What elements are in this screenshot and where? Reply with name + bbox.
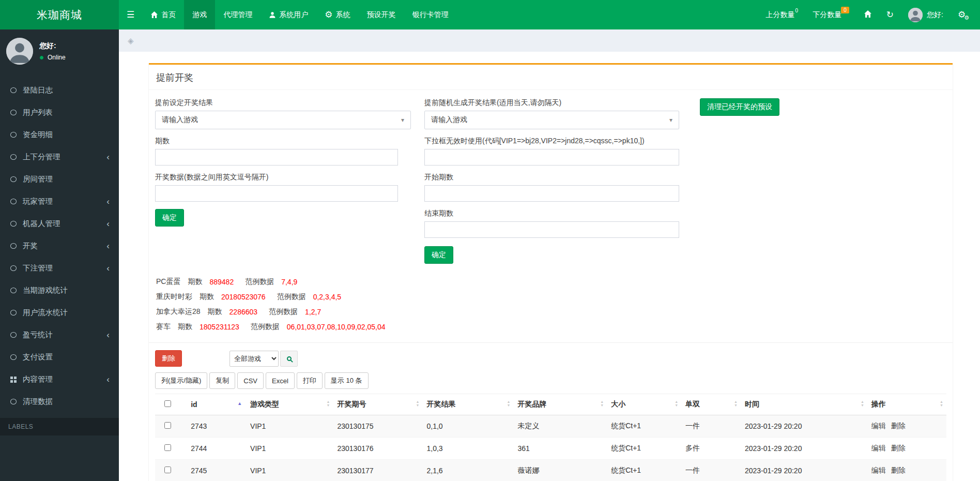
set-result-form: 提前设定开奖结果 请输入游戏 ▾ 期数 开奖数据(数据之间用英文逗号隔开) 确定: [155, 98, 411, 227]
example-game: 重庆时时彩: [156, 292, 192, 302]
game-select-2[interactable]: 请输入游戏 ▾: [424, 111, 679, 129]
column-header[interactable]: 开奖期号 ▲ ▲▼: [333, 394, 422, 415]
issue-label: 期数: [155, 137, 411, 146]
column-header[interactable]: 开奖结果 ▲ ▲▼: [422, 394, 513, 415]
delete-button[interactable]: 删除: [155, 350, 182, 367]
game-select-placeholder: 请输入游戏: [162, 115, 198, 125]
start-issue-input[interactable]: [424, 185, 679, 202]
sidebar-item[interactable]: 资金明细 ‹: [0, 124, 119, 146]
end-issue-label: 结束期数: [424, 209, 679, 218]
home-shortcut-link[interactable]: [864, 10, 872, 20]
circle-icon: [10, 199, 17, 204]
online-status[interactable]: Online: [39, 54, 66, 61]
sidebar-item[interactable]: 支付设置 ‹: [0, 346, 119, 368]
circle-icon: [10, 87, 17, 93]
export-button[interactable]: 列(显示/隐藏): [155, 372, 207, 389]
cell-size: 统货Ct+1: [607, 438, 681, 460]
sidebar-item[interactable]: 下注管理 ‹: [0, 257, 119, 279]
up-score-link[interactable]: 上分数量0: [766, 10, 799, 20]
delete-link[interactable]: 删除: [891, 422, 906, 430]
nav-item-bank-cards[interactable]: 银行卡管理: [404, 0, 457, 29]
sidebar-toggle-button[interactable]: ☰: [119, 0, 142, 29]
row-checkbox[interactable]: [164, 444, 171, 451]
end-issue-input[interactable]: [424, 221, 679, 238]
export-button[interactable]: 复制: [209, 372, 235, 389]
search-icon: [287, 356, 292, 361]
clear-preset-button[interactable]: 清理已经开奖的预设: [700, 98, 779, 116]
issue-input[interactable]: [155, 149, 398, 166]
nav-item-preset-draw[interactable]: 预设开奖: [359, 0, 404, 29]
select-all-checkbox[interactable]: [164, 400, 171, 407]
circle-icon: [10, 243, 17, 249]
edit-link[interactable]: 编辑: [871, 444, 886, 452]
sidebar-item-label: 盈亏统计: [23, 330, 53, 340]
labels-section-header: LABELS: [0, 418, 119, 435]
settings-link[interactable]: ⚙⚙: [958, 9, 971, 20]
cell-issue: 230130176: [333, 438, 422, 460]
column-header[interactable]: 时间 ▲ ▲▼: [741, 394, 867, 415]
sidebar-item[interactable]: 机器人管理 ‹: [0, 213, 119, 235]
table-row: 2744 VIP1 230130176 1,0,3 361 统货Ct+1 多件 …: [155, 438, 946, 460]
column-header[interactable]: 大小 ▲ ▲▼: [607, 394, 681, 415]
delete-link[interactable]: 删除: [891, 444, 906, 452]
sidebar-item[interactable]: 用户流水统计 ‹: [0, 302, 119, 324]
confirm-button-2[interactable]: 确定: [424, 246, 453, 264]
sidebar-item[interactable]: 用户列表 ‹: [0, 101, 119, 124]
brand-logo[interactable]: 米珈商城: [0, 0, 119, 29]
delete-link[interactable]: 删除: [891, 466, 906, 474]
row-checkbox[interactable]: [164, 467, 171, 473]
code-input[interactable]: [424, 149, 679, 166]
edit-link[interactable]: 编辑: [871, 422, 886, 430]
select-all-header: [155, 394, 187, 415]
column-header[interactable]: id ▲ ▲▼: [187, 394, 246, 415]
draw-data-input[interactable]: [155, 185, 398, 202]
confirm-button[interactable]: 确定: [155, 209, 184, 227]
nav-item-home[interactable]: 首页: [142, 0, 184, 29]
sidebar-item[interactable]: 清理数据 ‹: [0, 390, 119, 413]
export-button[interactable]: CSV: [237, 372, 264, 389]
sidebar-item[interactable]: 开奖 ‹: [0, 235, 119, 257]
cell-result: 0,1,0: [422, 415, 513, 438]
search-button[interactable]: [280, 351, 298, 367]
sidebar-item[interactable]: 当期游戏统计 ‹: [0, 279, 119, 302]
chevron-left-icon: ‹: [106, 375, 110, 384]
column-header[interactable]: 操作 ▲ ▲▼: [867, 394, 946, 415]
sidebar-item[interactable]: 房间管理 ‹: [0, 168, 119, 190]
sidebar-item[interactable]: 登陆日志 ‹: [0, 79, 119, 101]
column-header[interactable]: 开奖品牌 ▲ ▲▼: [514, 394, 607, 415]
export-button[interactable]: 显示 10 条: [325, 372, 369, 389]
sidebar-item[interactable]: 内容管理 ‹: [0, 368, 119, 390]
sidebar-item-label: 内容管理: [23, 374, 53, 384]
column-label: 单双: [685, 400, 700, 408]
column-header[interactable]: 单双 ▲ ▲▼: [681, 394, 741, 415]
edit-link[interactable]: 编辑: [871, 466, 886, 474]
circle-icon: [10, 132, 17, 138]
sidebar-item[interactable]: 盈亏统计 ‹: [0, 324, 119, 346]
example-issue-value: 889482: [209, 278, 234, 286]
game-filter-select[interactable]: 全部游戏: [229, 351, 279, 367]
circle-icon: [10, 354, 17, 360]
game-select[interactable]: 请输入游戏 ▾: [155, 111, 411, 129]
down-score-link[interactable]: 下分数量0: [813, 10, 849, 20]
export-button[interactable]: Excel: [266, 372, 295, 389]
nav-item-system-users[interactable]: 系统用户: [261, 0, 316, 29]
sidebar-item[interactable]: 玩家管理 ‹: [0, 190, 119, 213]
circle-icon: [10, 399, 17, 404]
refresh-link[interactable]: ↻: [886, 10, 894, 19]
nav-item-games[interactable]: 游戏: [184, 0, 215, 29]
circle-icon: [10, 288, 17, 293]
sidebar-item-label: 用户列表: [23, 108, 53, 117]
export-button[interactable]: 打印: [297, 372, 323, 389]
row-checkbox[interactable]: [164, 422, 171, 429]
nav-item-agents[interactable]: 代理管理: [215, 0, 261, 29]
column-header[interactable]: 游戏类型 ▲ ▲▼: [246, 394, 333, 415]
column-label: 时间: [745, 400, 759, 408]
gem-icon[interactable]: ◈: [128, 36, 134, 46]
user-menu[interactable]: 您好:: [908, 8, 943, 22]
nav-item-system[interactable]: ⚙ 系统: [316, 0, 358, 29]
column-label: 开奖期号: [337, 400, 366, 408]
column-label: id: [191, 400, 197, 409]
chevron-left-icon: ‹: [106, 153, 110, 161]
cell-issue: 230130175: [333, 415, 422, 438]
sidebar-item[interactable]: 上下分管理 ‹: [0, 146, 119, 168]
